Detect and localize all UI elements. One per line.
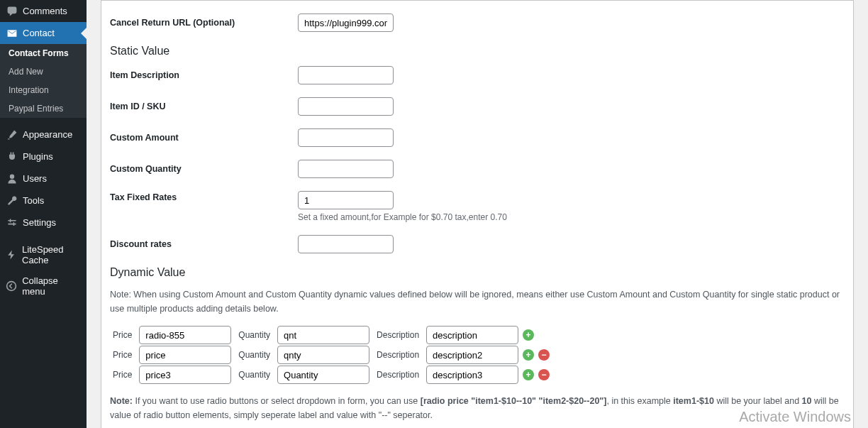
envelope-icon [6, 27, 18, 39]
sidebar-subitem-paypal-entries[interactable]: Paypal Entries [0, 99, 87, 118]
label-cancel-return-url: Cancel Return URL (Optional) [110, 13, 298, 28]
label-tax-fixed-rates: Tax Fixed Rates [110, 191, 298, 202]
label-description: Description [374, 350, 422, 360]
sidebar-subitem-integration[interactable]: Integration [0, 81, 87, 99]
dynamic-value-note: Note: When using Custom Amount and Custo… [110, 287, 845, 316]
sidebar-label: Plugins [23, 151, 53, 162]
user-icon [6, 172, 18, 185]
sidebar-item-collapse[interactable]: Collapse menu [0, 270, 87, 302]
label-description: Description [374, 330, 422, 340]
sidebar-subitem-add-new[interactable]: Add New [0, 62, 87, 81]
sidebar-label: Collapse menu [22, 275, 81, 297]
help-tax-fixed-rates: Set a fixed amount,for Example for $0.70… [298, 212, 507, 222]
label-item-description: Item Description [110, 66, 298, 80]
label-item-id: Item ID / SKU [110, 97, 298, 111]
dynamic-row: PriceQuantityDescription+ [110, 326, 845, 344]
label-price: Price [110, 330, 135, 340]
note-prefix: Note: [110, 396, 133, 406]
dynamic-row: PriceQuantityDescription+− [110, 366, 845, 384]
heading-dynamic-value: Dynamic Value [110, 266, 845, 279]
input-discount-rates[interactable] [298, 235, 394, 253]
admin-sidebar: Comments Contact Contact Forms Add New I… [0, 0, 87, 428]
plug-icon [6, 150, 18, 163]
input-dynamic-description[interactable] [426, 366, 518, 384]
dynamic-row: PriceQuantityDescription+− [110, 346, 845, 364]
label-description: Description [374, 370, 422, 380]
row-cancel-return-url: Cancel Return URL (Optional) [110, 13, 845, 32]
row-tax-fixed-rates: Tax Fixed Rates Set a fixed amount,for E… [110, 191, 845, 222]
sidebar-item-litespeed[interactable]: LiteSpeed Cache [0, 239, 87, 270]
input-custom-quantity[interactable] [298, 160, 394, 178]
sidebar-label: Users [23, 173, 47, 184]
label-custom-quantity: Custom Quantity [110, 160, 298, 174]
sidebar-label: Appearance [23, 129, 72, 140]
input-dynamic-quantity[interactable] [277, 326, 369, 344]
input-custom-amount[interactable] [298, 128, 394, 147]
collapse-icon [6, 280, 17, 292]
label-custom-amount: Custom Amount [110, 128, 298, 143]
input-dynamic-quantity[interactable] [277, 366, 369, 384]
input-dynamic-price[interactable] [139, 366, 231, 384]
sidebar-item-plugins[interactable]: Plugins [0, 146, 87, 168]
brush-icon [6, 128, 18, 141]
sidebar-item-appearance[interactable]: Appearance [0, 124, 87, 146]
add-row-button[interactable]: + [523, 349, 534, 361]
label-quantity: Quantity [235, 350, 273, 360]
input-item-id[interactable] [298, 97, 394, 116]
comment-icon [6, 5, 18, 17]
bolt-icon [6, 249, 17, 261]
sidebar-label: LiteSpeed Cache [22, 244, 81, 265]
sidebar-item-settings[interactable]: Settings [0, 212, 87, 234]
add-row-button[interactable]: + [523, 329, 534, 341]
sidebar-subitem-contact-forms[interactable]: Contact Forms [0, 44, 87, 62]
remove-row-button[interactable]: − [538, 349, 550, 361]
input-dynamic-price[interactable] [139, 326, 231, 344]
sidebar-label: Settings [23, 217, 56, 228]
label-quantity: Quantity [235, 370, 273, 380]
input-tax-fixed-rates[interactable] [298, 191, 394, 209]
input-dynamic-quantity[interactable] [277, 346, 369, 364]
input-cancel-return-url[interactable] [298, 13, 394, 32]
sliders-icon [6, 216, 18, 229]
sidebar-item-contact[interactable]: Contact [0, 22, 87, 44]
label-price: Price [110, 350, 135, 360]
label-price: Price [110, 370, 135, 380]
radio-usage-note: Note: If you want to use radio buttons o… [110, 394, 845, 422]
remove-row-button[interactable]: − [538, 369, 550, 380]
sidebar-item-tools[interactable]: Tools [0, 190, 87, 212]
row-item-description: Item Description [110, 66, 845, 84]
input-dynamic-description[interactable] [426, 346, 518, 364]
row-custom-amount: Custom Amount [110, 128, 845, 147]
heading-static-value: Static Value [110, 45, 845, 57]
sidebar-submenu-contact: Contact Forms Add New Integration Paypal… [0, 44, 87, 118]
label-quantity: Quantity [235, 330, 273, 340]
settings-card: Cancel Return URL (Optional) Static Valu… [101, 0, 854, 428]
sidebar-item-users[interactable]: Users [0, 168, 87, 190]
sidebar-item-comments[interactable]: Comments [0, 0, 87, 22]
input-dynamic-price[interactable] [139, 346, 231, 364]
row-custom-quantity: Custom Quantity [110, 160, 845, 178]
dynamic-rows-container: PriceQuantityDescription+PriceQuantityDe… [110, 326, 845, 384]
label-discount-rates: Discount rates [110, 235, 298, 249]
main-content: Cancel Return URL (Optional) Static Valu… [87, 0, 868, 428]
sidebar-label: Contact [23, 28, 55, 38]
sidebar-label: Comments [23, 6, 67, 16]
wrench-icon [6, 194, 18, 207]
sidebar-label: Tools [23, 195, 44, 206]
input-item-description[interactable] [298, 66, 394, 84]
svg-point-0 [7, 282, 16, 291]
row-item-id: Item ID / SKU [110, 97, 845, 116]
input-dynamic-description[interactable] [426, 326, 518, 344]
row-discount-rates: Discount rates [110, 235, 845, 253]
add-row-button[interactable]: + [523, 369, 534, 380]
